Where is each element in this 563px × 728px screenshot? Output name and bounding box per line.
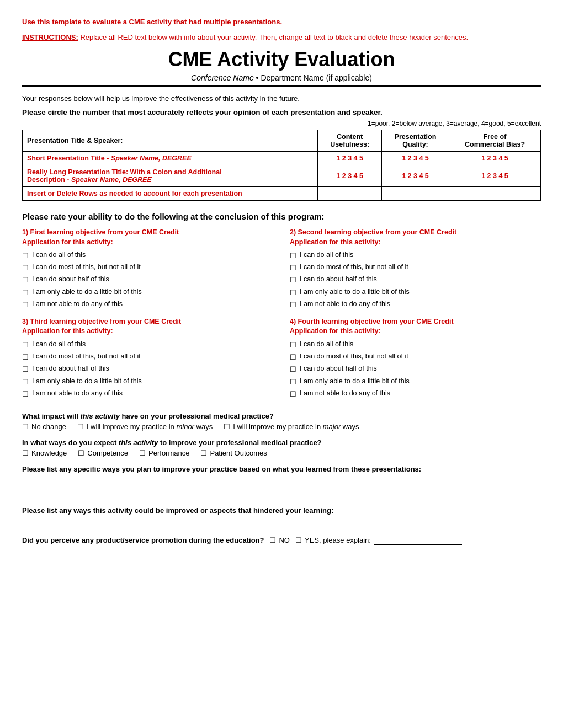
obj4-option-1-label: I can do all of this xyxy=(300,340,353,350)
ways-performance-label: Performance xyxy=(148,449,189,457)
ways-question: In what ways do you expect this activity… xyxy=(22,438,541,447)
obj2-option-3[interactable]: ☐ I can do about half of this xyxy=(290,275,541,285)
subtitle-dept: Department Name (if applicable) xyxy=(261,73,372,82)
obj3-option-5[interactable]: ☐ I am not able to do any of this xyxy=(22,389,273,399)
obj4-option-1[interactable]: ☐ I can do all of this xyxy=(290,340,541,350)
obj1-option-3-label: I can do about half of this xyxy=(32,275,109,285)
checkbox-icon: ☐ xyxy=(290,340,296,350)
row2-quality: 1 2 3 4 5 xyxy=(381,165,449,187)
row2-content: 1 2 3 4 5 xyxy=(318,165,382,187)
checkbox-icon: ☐ xyxy=(290,377,296,387)
objective-2: 2) Second learning objective from your C… xyxy=(290,228,541,312)
col3-header: Presentation Quality: xyxy=(381,130,449,152)
obj3-option-4[interactable]: ☐ I am only able to do a little bit of t… xyxy=(22,377,273,387)
col1-header: Presentation Title & Speaker: xyxy=(23,130,318,152)
open-q1-label: Please list any specific ways you plan t… xyxy=(22,465,541,473)
checkbox-icon: ☐ xyxy=(22,263,29,273)
ways-competence-label: Competence xyxy=(87,449,128,457)
impact-major-label: I will improve my practice in major ways xyxy=(233,422,359,431)
objective-3-title: 3) Third learning objective from your CM… xyxy=(22,317,273,336)
did-you-no[interactable]: ☐ NO xyxy=(269,536,290,544)
open-q1-line2[interactable] xyxy=(22,488,541,497)
checkbox-icon: ☐ xyxy=(22,365,29,374)
evaluation-table: Presentation Title & Speaker: Content Us… xyxy=(22,130,541,201)
table-row-1: Short Presentation Title - Speaker Name,… xyxy=(23,152,541,165)
obj2-option-5[interactable]: ☐ I am not able to do any of this xyxy=(290,299,541,310)
row2-bias: 1 2 3 4 5 xyxy=(449,165,541,187)
open-q2-label: Please list any ways this activity could… xyxy=(22,506,541,515)
obj3-option-4-label: I am only able to do a little bit of thi… xyxy=(32,377,142,387)
obj1-option-2[interactable]: ☐ I can do most of this, but not all of … xyxy=(22,263,273,273)
impact-major[interactable]: ☐ I will improve my practice in major wa… xyxy=(224,422,359,431)
obj3-option-2-label: I can do most of this, but not all of it xyxy=(32,352,141,362)
obj4-option-5-label: I am not able to do any of this xyxy=(300,389,390,399)
obj4-option-2[interactable]: ☐ I can do most of this, but not all of … xyxy=(290,352,541,362)
obj2-option-2[interactable]: ☐ I can do most of this, but not all of … xyxy=(290,263,541,273)
did-you-row: Did you perceive any product/service pro… xyxy=(22,536,541,545)
ways-patient-outcomes[interactable]: ☐ Patient Outcomes xyxy=(200,449,267,457)
obj1-option-3[interactable]: ☐ I can do about half of this xyxy=(22,275,273,285)
did-you-yes-label: YES, please explain: xyxy=(305,536,371,544)
checkbox-icon: ☐ xyxy=(295,536,302,544)
row1-content: 1 2 3 4 5 xyxy=(318,152,382,165)
obj2-option-4[interactable]: ☐ I am only able to do a little bit of t… xyxy=(290,287,541,298)
row1-quality: 1 2 3 4 5 xyxy=(381,152,449,165)
checkbox-icon: ☐ xyxy=(22,275,29,285)
table-header-row: Presentation Title & Speaker: Content Us… xyxy=(23,130,541,152)
did-you-section: Did you perceive any product/service pro… xyxy=(22,536,541,558)
obj3-option-3[interactable]: ☐ I can do about half of this xyxy=(22,364,273,374)
impact-no-change[interactable]: ☐ No change xyxy=(22,422,66,431)
ways-competence[interactable]: ☐ Competence xyxy=(78,449,128,457)
impact-minor[interactable]: ☐ I will improve my practice in minor wa… xyxy=(77,422,213,431)
checkbox-icon: ☐ xyxy=(290,251,296,261)
obj1-option-5[interactable]: ☐ I am not able to do any of this xyxy=(22,299,273,310)
ways-section: In what ways do you expect this activity… xyxy=(22,438,541,457)
main-title: CME Activity Evaluation xyxy=(22,48,541,71)
impact-question: What impact will this activity have on y… xyxy=(22,412,541,420)
obj2-option-1[interactable]: ☐ I can do all of this xyxy=(290,250,541,261)
obj4-option-4[interactable]: ☐ I am only able to do a little bit of t… xyxy=(290,377,541,387)
open-q2-inline-line[interactable] xyxy=(333,506,433,515)
obj4-option-4-label: I am only able to do a little bit of thi… xyxy=(300,377,410,387)
obj2-option-1-label: I can do all of this xyxy=(300,250,353,260)
checkbox-icon: ☐ xyxy=(290,365,296,374)
row3-quality xyxy=(381,187,449,201)
obj4-option-5[interactable]: ☐ I am not able to do any of this xyxy=(290,389,541,399)
did-you-explain-line[interactable] xyxy=(374,536,462,545)
impact-section: What impact will this activity have on y… xyxy=(22,412,541,431)
impact-no-change-label: No change xyxy=(31,422,66,431)
title-divider xyxy=(22,85,541,87)
checkbox-icon: ☐ xyxy=(78,449,84,457)
open-q2-line1[interactable] xyxy=(22,517,541,527)
row1-title: Short Presentation Title - Speaker Name,… xyxy=(23,152,318,165)
open-q1-line1[interactable] xyxy=(22,475,541,485)
ways-knowledge[interactable]: ☐ Knowledge xyxy=(22,449,67,457)
did-you-question: Did you perceive any product/service pro… xyxy=(22,536,264,544)
intro-responses: Your responses below will help us improv… xyxy=(22,94,541,103)
did-you-yes[interactable]: ☐ YES, please explain: xyxy=(295,536,462,545)
subtitle: Conference Name • Department Name (if ap… xyxy=(22,73,541,82)
checkbox-icon: ☐ xyxy=(290,352,296,362)
obj1-option-4[interactable]: ☐ I am only able to do a little bit of t… xyxy=(22,287,273,298)
circle-instruction: Please circle the number that most accur… xyxy=(22,108,541,116)
objective-1: 1) First learning objective from your CM… xyxy=(22,228,273,312)
did-you-answer-line[interactable] xyxy=(22,548,541,558)
table-row-2: Really Long Presentation Title: With a C… xyxy=(23,165,541,187)
obj1-option-2-label: I can do most of this, but not all of it xyxy=(32,263,141,272)
checkbox-icon: ☐ xyxy=(22,389,29,399)
instructions-label: INSTRUCTIONS: xyxy=(22,33,78,41)
obj3-option-2[interactable]: ☐ I can do most of this, but not all of … xyxy=(22,352,273,362)
obj3-option-5-label: I am not able to do any of this xyxy=(32,389,123,399)
obj2-option-4-label: I am only able to do a little bit of thi… xyxy=(300,287,410,297)
ways-patient-outcomes-label: Patient Outcomes xyxy=(210,449,267,457)
checkbox-icon: ☐ xyxy=(290,275,296,285)
obj1-option-1[interactable]: ☐ I can do all of this xyxy=(22,250,273,261)
ways-performance[interactable]: ☐ Performance xyxy=(139,449,189,457)
obj3-option-1[interactable]: ☐ I can do all of this xyxy=(22,340,273,350)
obj3-option-1-label: I can do all of this xyxy=(32,340,86,350)
obj3-option-3-label: I can do about half of this xyxy=(32,364,109,374)
subtitle-conference: Conference Name xyxy=(191,73,254,82)
checkbox-icon: ☐ xyxy=(22,449,29,457)
obj4-option-3[interactable]: ☐ I can do about half of this xyxy=(290,364,541,374)
col4-header: Free of Commercial Bias? xyxy=(449,130,541,152)
